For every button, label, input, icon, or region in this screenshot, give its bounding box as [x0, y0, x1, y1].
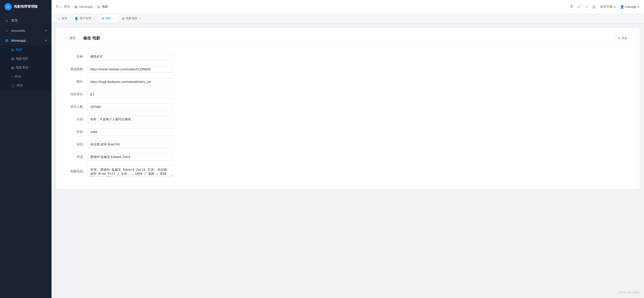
manage-label: manage — [625, 5, 636, 9]
movie-regions-icon: ▤ — [11, 57, 14, 61]
form-row-actors: 演员: — [65, 141, 630, 148]
top-header: ≡ ⌂ 首页 / ▦ Movieapp / ▤ 电影 A ⤢ ⌂ ◎ 改变主题 … — [52, 0, 644, 14]
form-row-director: 导演: — [65, 153, 630, 161]
label-actors: 演员: — [65, 143, 87, 147]
tab-home[interactable]: ⌂ 首页 — [55, 14, 71, 23]
label-brief-info: 粗略信息: — [65, 169, 87, 173]
history-button[interactable]: ↺ 历史 — [614, 35, 630, 42]
label-rating: 综合评分: — [65, 92, 87, 96]
label-year: 年份: — [65, 130, 87, 134]
sidebar-movieapp-group[interactable]: ▦ Movieapp ∧ — [0, 35, 52, 45]
input-director[interactable] — [87, 153, 172, 161]
input-rating[interactable] — [87, 91, 172, 98]
sidebar-accounts-group[interactable]: ○ Accounts ∨ — [0, 26, 52, 35]
input-image[interactable] — [87, 78, 172, 85]
breadcrumb-home-icon: ⌂ — [60, 5, 62, 9]
back-button[interactable]: ← 返回 — [65, 36, 76, 40]
page-title: 修改 电影 — [83, 35, 100, 41]
sidebar: ∞ 电影推荐管理端 ⌂ 首页 ○ Accounts ∨ ▦ Movieapp ∧… — [0, 0, 52, 298]
manage-btn[interactable]: 👤 manage ∨ — [620, 5, 640, 9]
tab-user-close-icon[interactable]: × — [93, 17, 94, 20]
breadcrumb-movie[interactable]: 电影 — [102, 5, 108, 9]
main-content: ≡ ⌂ 首页 / ▦ Movieapp / ▤ 电影 A ⤢ ⌂ ◎ 改变主题 … — [52, 0, 644, 298]
tab-movies[interactable]: ▤ 电影 × — [98, 14, 118, 23]
history-label: 历史 — [622, 36, 627, 40]
label-image: 图片: — [65, 80, 87, 84]
input-intro[interactable] — [87, 116, 172, 123]
page-header-left: ← 返回 修改 电影 — [65, 35, 100, 41]
menu-toggle-icon[interactable]: ≡ — [56, 4, 58, 9]
sidebar-accounts-label: Accounts — [11, 29, 45, 33]
tab-movie-regions[interactable]: ▤ 电影地区 × — [118, 14, 144, 23]
tab-user-management[interactable]: 👤 用户管理 × — [71, 14, 98, 23]
change-theme-btn[interactable]: 改变主题 ∨ — [600, 5, 616, 9]
form-row-year: 年份: — [65, 128, 630, 136]
sidebar-movie-regions-label: 电影地区 — [16, 57, 28, 61]
page-header: ← 返回 修改 电影 ↺ 历史 — [65, 35, 630, 46]
input-name[interactable] — [87, 53, 172, 60]
tab-movie-regions-close-icon[interactable]: × — [139, 17, 140, 20]
breadcrumb-sep-1: / — [72, 5, 73, 9]
tab-movie-regions-icon: ▤ — [122, 17, 124, 20]
label-rating-count: 评分人数: — [65, 105, 87, 109]
input-brief-info[interactable]: 导演: 爱德华·兹威克 Edward Zwick 主演: 布拉德·皮特 Brad… — [87, 166, 172, 177]
input-rating-count[interactable] — [87, 103, 172, 110]
header-home-icon[interactable]: ⌂ — [585, 4, 588, 9]
movieapp-icon: ▦ — [4, 38, 9, 43]
sidebar-logo: ∞ 电影推荐管理端 — [0, 0, 52, 14]
breadcrumb-movieapp[interactable]: Movieapp — [79, 5, 93, 9]
sidebar-movie-genres-label: 电影类型 — [16, 66, 28, 70]
page-header-divider — [79, 36, 80, 40]
form-row-rating: 综合评分: — [65, 91, 630, 98]
manage-chevron-icon: ∨ — [637, 5, 640, 9]
back-label: 返回 — [70, 36, 76, 40]
movies-icon: ▤ — [11, 48, 14, 52]
globe-icon[interactable]: ◎ — [592, 4, 596, 9]
logo-icon: ∞ — [4, 3, 12, 10]
edit-movie-form: 名称: 原始链接: 图片: 综合评分: 评分人数: — [65, 53, 630, 177]
app-name: 电影推荐管理端 — [14, 5, 38, 9]
sidebar-movies-label: 电影 — [16, 48, 22, 52]
form-row-rating-count: 评分人数: — [65, 103, 630, 110]
sidebar-item-movies[interactable]: ▤ 电影 — [0, 45, 52, 54]
form-row-brief-info: 粗略信息: 导演: 爱德华·兹威克 Edward Zwick 主演: 布拉德·皮… — [65, 166, 630, 177]
accounts-icon: ○ — [4, 28, 9, 33]
form-row-image: 图片: — [65, 78, 630, 85]
form-row-link: 原始链接: — [65, 66, 630, 73]
sidebar-comments-label: 评论 — [16, 84, 23, 88]
sidebar-item-home[interactable]: ⌂ 首页 — [0, 15, 52, 26]
input-link[interactable] — [87, 66, 172, 73]
content-card: ← 返回 修改 电影 ↺ 历史 名称: 原始链接: — [56, 28, 640, 189]
label-director: 导演: — [65, 155, 87, 159]
home-icon: ⌂ — [4, 18, 9, 23]
ratings-icon: ○ — [11, 75, 13, 78]
tab-home-icon: ⌂ — [58, 17, 60, 20]
theme-chevron-icon: ∨ — [614, 5, 616, 9]
sidebar-sub-menu: ▤ 电影 ▤ 电影地区 ▤ 电影类型 ○ 评分 ◯ 评论 — [0, 45, 52, 90]
sidebar-item-comments[interactable]: ◯ 评论 — [0, 81, 52, 90]
label-link: 原始链接: — [65, 67, 87, 71]
tab-user-label: 用户管理 — [80, 16, 91, 20]
tab-movie-regions-label: 电影地区 — [126, 16, 138, 20]
sidebar-item-movie-regions[interactable]: ▤ 电影地区 — [0, 54, 52, 63]
history-icon: ↺ — [618, 37, 620, 40]
tab-movies-label: 电影 — [106, 16, 111, 20]
label-intro: 介绍: — [65, 117, 87, 121]
sidebar-movieapp-label: Movieapp — [11, 39, 45, 42]
sidebar-item-ratings[interactable]: ○ 评分 — [0, 72, 52, 81]
sidebar-item-movie-genres[interactable]: ▤ 电影类型 — [0, 63, 52, 72]
input-actors[interactable] — [87, 141, 172, 148]
sidebar-menu: ⌂ 首页 ○ Accounts ∨ ▦ Movieapp ∧ ▤ 电影 ▤ 电影… — [0, 14, 52, 298]
page-area: ← 返回 修改 电影 ↺ 历史 名称: 原始链接: — [52, 23, 644, 298]
tab-movies-close-icon[interactable]: × — [113, 17, 114, 20]
breadcrumb-movie-icon: ▤ — [97, 5, 100, 9]
change-theme-label: 改变主题 — [600, 5, 613, 9]
movieapp-arrow-icon: ∧ — [45, 39, 47, 42]
font-size-icon[interactable]: A — [570, 4, 573, 9]
tab-user-icon: 👤 — [74, 17, 78, 20]
sidebar-home-label: 首页 — [11, 18, 47, 23]
expand-icon[interactable]: ⤢ — [578, 4, 581, 9]
breadcrumb-home[interactable]: 首页 — [64, 5, 70, 9]
breadcrumb-movieapp-icon: ▦ — [74, 5, 78, 9]
input-year[interactable] — [87, 128, 172, 136]
